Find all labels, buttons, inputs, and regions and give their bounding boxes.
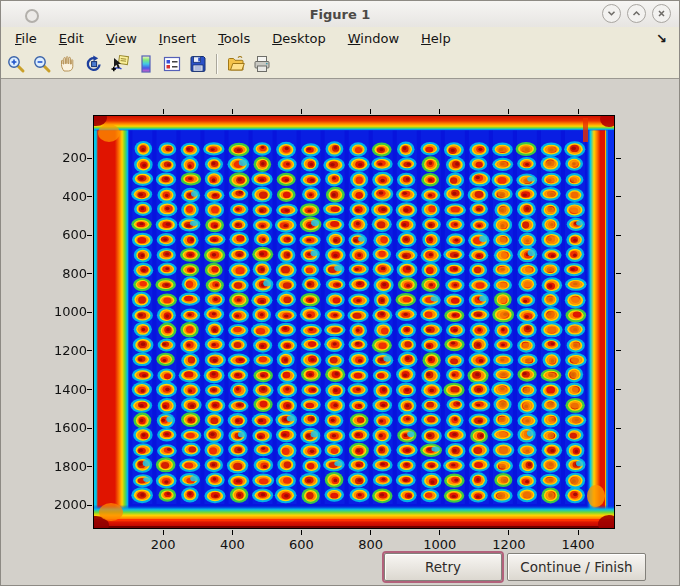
- x-tick-label: 1000: [410, 537, 470, 553]
- window-menu-icon[interactable]: [25, 9, 39, 23]
- zoom-in-icon: [6, 54, 26, 74]
- titlebar[interactable]: Figure 1: [1, 1, 679, 27]
- x-tick-label: 1400: [548, 537, 608, 553]
- chevron-down-icon: [606, 8, 617, 19]
- menu-file[interactable]: File: [7, 30, 45, 47]
- menu-insert[interactable]: Insert: [151, 30, 204, 47]
- insert-colorbar-button[interactable]: [133, 51, 159, 76]
- y-tick: [87, 273, 92, 274]
- rotate-3d-button[interactable]: [81, 51, 107, 76]
- y-tick-right: [616, 273, 621, 274]
- x-tick-top: [163, 109, 164, 114]
- x-tick-top: [370, 109, 371, 114]
- x-tick: [439, 530, 440, 535]
- y-tick: [87, 235, 92, 236]
- window-title: Figure 1: [1, 7, 679, 22]
- y-tick-right: [616, 235, 621, 236]
- x-tick-top: [578, 109, 579, 114]
- menu-tools[interactable]: Tools: [210, 30, 258, 47]
- y-tick-right: [616, 158, 621, 159]
- save-figure-icon: [188, 54, 208, 74]
- y-tick-right: [616, 389, 621, 390]
- y-tick-label: 2000: [31, 497, 87, 513]
- print-figure-button[interactable]: [249, 51, 275, 76]
- figure-canvas-area: Retry Continue / Finish 2004006008001000…: [1, 79, 679, 585]
- menu-items: FileEditViewInsertToolsDesktopWindowHelp: [7, 30, 465, 47]
- x-tick: [301, 530, 302, 535]
- x-tick: [370, 530, 371, 535]
- y-tick-label: 1600: [31, 420, 87, 436]
- retry-button[interactable]: Retry: [384, 553, 502, 581]
- open-file-icon: [226, 54, 246, 74]
- y-tick: [87, 158, 92, 159]
- x-tick: [578, 530, 579, 535]
- y-tick: [87, 196, 92, 197]
- y-tick-label: 1400: [31, 382, 87, 398]
- print-figure-icon: [252, 54, 272, 74]
- toolbar-separator: [216, 54, 218, 74]
- y-tick-label: 1800: [31, 459, 87, 475]
- y-tick: [87, 505, 92, 506]
- x-tick-label: 800: [341, 537, 401, 553]
- close-icon: [656, 8, 667, 19]
- save-figure-button[interactable]: [185, 51, 211, 76]
- y-tick-right: [616, 428, 621, 429]
- insert-colorbar-icon: [136, 54, 156, 74]
- minimize-button[interactable]: [602, 4, 621, 23]
- y-tick-right: [616, 196, 621, 197]
- insert-legend-button[interactable]: [159, 51, 185, 76]
- menu-window[interactable]: Window: [340, 30, 407, 47]
- y-tick-right: [616, 505, 621, 506]
- x-tick-label: 200: [133, 537, 193, 553]
- maximize-button[interactable]: [627, 4, 646, 23]
- zoom-out-icon: [32, 54, 52, 74]
- rotate-3d-icon: [84, 54, 104, 74]
- menu-view[interactable]: View: [98, 30, 145, 47]
- y-tick-label: 800: [31, 266, 87, 282]
- y-tick: [87, 428, 92, 429]
- x-tick-label: 1200: [479, 537, 539, 553]
- menubar: FileEditViewInsertToolsDesktopWindowHelp…: [1, 27, 679, 49]
- y-tick-label: 400: [31, 189, 87, 205]
- data-cursor-button[interactable]: [107, 51, 133, 76]
- pan-button[interactable]: [55, 51, 81, 76]
- plot-image[interactable]: [94, 116, 614, 528]
- x-tick-top: [232, 109, 233, 114]
- y-tick: [87, 466, 92, 467]
- window-controls: [602, 4, 671, 23]
- open-file-button[interactable]: [223, 51, 249, 76]
- x-tick: [508, 530, 509, 535]
- figure-window: Figure 1 FileEditViewInsertToolsDesktopW…: [0, 0, 680, 586]
- menu-desktop[interactable]: Desktop: [264, 30, 334, 47]
- x-tick-top: [439, 109, 440, 114]
- menu-help[interactable]: Help: [413, 30, 459, 47]
- y-tick-right: [616, 312, 621, 313]
- close-button[interactable]: [652, 4, 671, 23]
- insert-legend-icon: [162, 54, 182, 74]
- pan-icon: [58, 54, 78, 74]
- dock-arrow-icon[interactable]: ↘: [656, 31, 673, 46]
- y-tick-label: 1200: [31, 343, 87, 359]
- x-tick-label: 600: [271, 537, 331, 553]
- y-tick-label: 200: [31, 150, 87, 166]
- y-tick: [87, 312, 92, 313]
- y-tick: [87, 350, 92, 351]
- y-tick-right: [616, 466, 621, 467]
- zoom-in-button[interactable]: [3, 51, 29, 76]
- y-tick-right: [616, 350, 621, 351]
- x-tick-top: [301, 109, 302, 114]
- y-tick: [87, 389, 92, 390]
- figure-toolbar: [1, 49, 679, 79]
- zoom-out-button[interactable]: [29, 51, 55, 76]
- menu-edit[interactable]: Edit: [51, 30, 92, 47]
- continue-finish-button[interactable]: Continue / Finish: [507, 553, 646, 581]
- x-tick-top: [508, 109, 509, 114]
- y-tick-label: 600: [31, 227, 87, 243]
- x-tick-label: 400: [202, 537, 262, 553]
- data-cursor-icon: [110, 54, 130, 74]
- y-tick-label: 1000: [31, 304, 87, 320]
- x-tick: [163, 530, 164, 535]
- x-tick: [232, 530, 233, 535]
- chevron-up-icon: [631, 8, 642, 19]
